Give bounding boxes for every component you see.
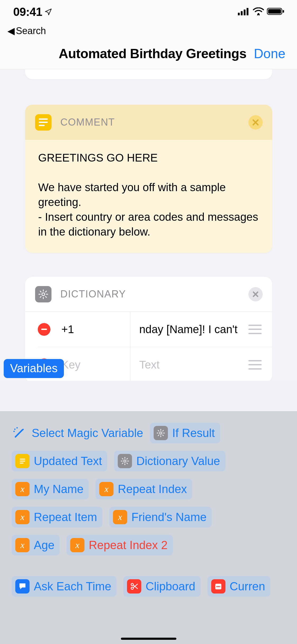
- dictionary-title: DICTIONARY: [60, 288, 126, 300]
- chip-label: Age: [34, 539, 54, 552]
- home-indicator[interactable]: [121, 638, 176, 640]
- comment-title: COMMENT: [60, 117, 115, 128]
- svg-rect-6: [268, 9, 281, 14]
- svg-point-9: [14, 429, 16, 430]
- variable-chip-friends-name[interactable]: x Friend's Name: [109, 507, 212, 527]
- variable-chip-if-result[interactable]: If Result: [150, 423, 220, 443]
- svg-point-8: [42, 293, 45, 296]
- cellular-icon: [238, 7, 250, 16]
- scissors-icon: [127, 579, 141, 594]
- chip-label: Ask Each Time: [34, 580, 111, 593]
- svg-rect-2: [244, 10, 246, 15]
- page-title: Automated Birthday Greetings: [59, 46, 246, 61]
- svg-point-11: [13, 431, 15, 432]
- variable-chip-updated-text[interactable]: Updated Text: [12, 451, 107, 471]
- svg-point-13: [124, 460, 126, 462]
- dictionary-row[interactable]: +1 nday [Name]! I can't: [38, 312, 272, 347]
- svg-rect-19: [219, 586, 220, 587]
- variable-icon: x: [15, 510, 30, 524]
- content-area[interactable]: COMMENT GREETINGS GO HERE We have starte…: [0, 69, 297, 381]
- variables-bar: [0, 381, 297, 411]
- chip-label: Updated Text: [34, 454, 102, 468]
- chip-label: Clipboard: [145, 580, 195, 593]
- variable-chips-row: x Repeat Item x Friend's Name: [12, 507, 285, 527]
- status-time: 09:41: [13, 5, 52, 19]
- breadcrumb-label: Search: [16, 25, 46, 36]
- comment-body[interactable]: GREETINGS GO HERE We have started you of…: [25, 140, 272, 253]
- variable-icon: x: [99, 482, 114, 496]
- drag-handle-icon[interactable]: [248, 325, 262, 334]
- drag-handle-icon[interactable]: [248, 360, 262, 370]
- remove-row-button[interactable]: [38, 323, 50, 336]
- dictionary-row[interactable]: Key Text: [38, 347, 272, 381]
- svg-rect-1: [241, 11, 243, 15]
- svg-rect-18: [218, 586, 219, 587]
- variable-icon: x: [15, 482, 30, 496]
- previous-action-card[interactable]: [25, 69, 272, 79]
- dictionary-value[interactable]: nday [Name]! I can't: [139, 323, 248, 336]
- note-icon: [15, 454, 30, 468]
- global-variables-row: Ask Each Time Clipboard Curren: [12, 576, 285, 597]
- gear-icon: [35, 286, 51, 302]
- comment-line-3: - Insert country or area codes and messa…: [38, 210, 259, 239]
- variable-chip-dictionary-value[interactable]: Dictionary Value: [114, 451, 225, 471]
- chip-label: Curren: [230, 580, 265, 593]
- delete-comment-button[interactable]: [248, 115, 263, 130]
- comment-action-card[interactable]: COMMENT GREETINGS GO HERE We have starte…: [25, 105, 272, 253]
- breadcrumb[interactable]: ◀︎ Search: [0, 24, 297, 38]
- wand-icon: [12, 425, 27, 441]
- variable-chip-repeat-index[interactable]: x Repeat Index: [96, 479, 192, 499]
- status-bar: 09:41: [0, 0, 297, 24]
- select-magic-variable-button[interactable]: Select Magic Variable: [12, 423, 143, 443]
- dictionary-key[interactable]: +1: [62, 323, 130, 336]
- variables-keyboard: Select Magic Variable If Result Updated …: [0, 411, 297, 644]
- chip-label: My Name: [34, 482, 83, 496]
- status-right: [238, 7, 284, 16]
- status-time-text: 09:41: [13, 5, 42, 19]
- svg-rect-3: [247, 8, 248, 15]
- variable-chip-current-date[interactable]: Curren: [208, 576, 271, 597]
- chip-label: If Result: [172, 426, 215, 440]
- dictionary-header: DICTIONARY: [25, 277, 272, 312]
- variables-tab[interactable]: Variables: [4, 359, 64, 378]
- battery-icon: [267, 7, 284, 16]
- back-chevron-icon: ◀︎: [7, 25, 15, 36]
- variable-icon: x: [70, 538, 84, 552]
- svg-point-10: [16, 427, 18, 429]
- variable-chips-row: x Age x Repeat Index 2: [12, 535, 285, 555]
- nav-header: Automated Birthday Greetings Done: [0, 38, 297, 69]
- comment-header: COMMENT: [25, 105, 272, 140]
- magic-variables-row: Select Magic Variable If Result: [12, 423, 285, 443]
- variable-chip-age[interactable]: x Age: [12, 535, 60, 555]
- variables-section: Variables Select Magic Variable If Resul…: [0, 381, 297, 644]
- svg-rect-17: [216, 586, 218, 587]
- variable-chip-ask-each-time[interactable]: Ask Each Time: [12, 576, 116, 597]
- chip-label: Repeat Index: [118, 482, 187, 496]
- variable-chip-my-name[interactable]: x My Name: [12, 479, 89, 499]
- comment-line-2: We have started you off with a sample gr…: [38, 180, 259, 210]
- comment-icon: [35, 114, 51, 131]
- variable-icon: x: [113, 510, 127, 524]
- dictionary-key-placeholder[interactable]: Key: [62, 358, 130, 371]
- speech-bubble-icon: [15, 579, 30, 594]
- dictionary-value-placeholder[interactable]: Text: [139, 358, 248, 371]
- separator: [130, 347, 130, 381]
- variable-chip-repeat-item[interactable]: x Repeat Item: [12, 507, 102, 527]
- variable-chips-row: x My Name x Repeat Index: [12, 479, 285, 499]
- close-icon: [252, 291, 259, 297]
- chip-label: Repeat Item: [34, 510, 97, 524]
- variable-chip-repeat-index-2[interactable]: x Repeat Index 2: [67, 535, 173, 555]
- variable-chip-clipboard[interactable]: Clipboard: [123, 576, 200, 597]
- comment-line-1: GREETINGS GO HERE: [38, 150, 259, 165]
- location-icon: [44, 5, 52, 19]
- done-button[interactable]: Done: [254, 46, 285, 61]
- magic-variable-label: Select Magic Variable: [32, 426, 143, 440]
- gear-icon: [154, 426, 168, 440]
- svg-point-4: [258, 13, 260, 15]
- svg-rect-7: [283, 10, 284, 13]
- gear-icon: [118, 454, 132, 468]
- svg-rect-0: [238, 13, 240, 15]
- close-icon: [252, 119, 259, 126]
- svg-point-12: [160, 432, 162, 434]
- delete-dictionary-button[interactable]: [248, 287, 263, 301]
